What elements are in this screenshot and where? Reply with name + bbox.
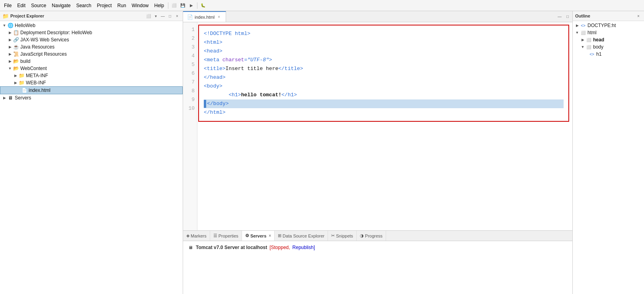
bottom-tabs: ◈ Markers ☰ Properties ⚙ Servers × ⊞ Dat… xyxy=(183,231,572,241)
panel-menu-btn[interactable]: ▾ xyxy=(152,13,159,19)
tab-data-source-label: Data Source Explorer xyxy=(283,234,324,238)
project-explorer-header: 📁 Project Explorer ⬜ ▾ — □ × xyxy=(0,11,183,21)
webcontent-icon: 📂 xyxy=(13,65,19,72)
toolbar-save-btn[interactable]: 💾 xyxy=(179,2,187,10)
outline-tree: ▶ <> DOCTYPE:ht ▼ ⬜ html ▶ ⬜ head ▼ xyxy=(573,21,644,294)
tab-properties[interactable]: ☰ Properties xyxy=(210,231,242,241)
tab-servers-close[interactable]: × xyxy=(269,234,271,238)
tab-servers[interactable]: ⚙ Servers × xyxy=(242,231,275,241)
outline-header: Outline × xyxy=(573,11,644,21)
code-line-4: <meta charset="UTF-8"> xyxy=(204,56,564,64)
outline-panel: Outline × ▶ <> DOCTYPE:ht ▼ ⬜ html xyxy=(572,11,644,294)
code-token: <body> xyxy=(204,82,222,91)
outline-item-head[interactable]: ▶ ⬜ head xyxy=(573,36,644,43)
outline-item-body[interactable]: ▼ ⬜ body xyxy=(573,43,644,51)
code-line-9: </body> xyxy=(204,99,564,108)
panel-minimize-btn[interactable]: — xyxy=(160,13,166,19)
properties-icon: ☰ xyxy=(213,233,217,238)
outline-title: Outline xyxy=(575,14,590,18)
code-token: </body> xyxy=(207,99,229,108)
tree-item-index-html[interactable]: 📄 index.html xyxy=(0,86,183,94)
outline-item-h1[interactable]: <> h1 xyxy=(573,51,644,58)
panel-collapse-btn[interactable]: ⬜ xyxy=(145,13,152,19)
code-line-6: </head> xyxy=(204,73,564,82)
code-line-7: <body> xyxy=(204,82,564,91)
tab-snippets[interactable]: ✂ Snippets xyxy=(328,231,357,241)
server-status-action: Republish] xyxy=(293,245,315,250)
code-line-5: <title>Insert title here</title> xyxy=(204,64,564,73)
server-name: Tomcat v7.0 Server at localhost xyxy=(196,245,267,250)
outline-close-btn[interactable]: × xyxy=(635,13,642,19)
outline-label-h1: h1 xyxy=(596,51,601,57)
tree-arrow-servers: ▶ xyxy=(2,95,7,101)
panel-maximize-btn[interactable]: □ xyxy=(167,13,173,19)
tree-item-deployment[interactable]: ▶ 📋 Deployment Descriptor: HelloWeb xyxy=(0,29,183,36)
tree-label-js-resources: JavaScript Resources xyxy=(20,51,67,57)
code-text: hello tomcat! xyxy=(241,91,281,99)
panel-header-buttons: ⬜ ▾ — □ × xyxy=(145,13,180,19)
tree-label-meta-inf: META-INF xyxy=(26,73,48,78)
body-tag-icon: ⬜ xyxy=(585,44,592,50)
editor-maximize-btn[interactable]: □ xyxy=(564,14,571,20)
tree-item-helloweb[interactable]: ▼ 🌐 HelloWeb xyxy=(0,22,183,29)
tab-close-icon[interactable]: × xyxy=(216,14,222,20)
code-token: </h1> xyxy=(281,91,297,99)
menu-edit[interactable]: Edit xyxy=(15,3,28,8)
tree-item-webcontent[interactable]: ▼ 📂 WebContent xyxy=(0,65,183,72)
toolbar-debug-btn[interactable]: 🐛 xyxy=(199,2,207,10)
toolbar-sep-1 xyxy=(168,2,168,9)
outline-arrow-head: ▶ xyxy=(580,37,585,43)
editor-tab-controls: — □ xyxy=(555,14,572,20)
tree-item-meta-inf[interactable]: ▶ 📁 META-INF xyxy=(0,72,183,79)
tree-item-web-inf[interactable]: ▶ 📁 WEB-INF xyxy=(0,79,183,86)
code-lines: <!DOCTYPE html> <html> <head> xyxy=(199,26,568,120)
html-tag-icon: ⬜ xyxy=(580,29,586,36)
menu-window[interactable]: Window xyxy=(129,3,151,8)
code-token: </html> xyxy=(204,108,226,117)
tab-file-icon: 📄 xyxy=(187,14,193,20)
panel-close-btn[interactable]: × xyxy=(174,13,180,19)
editor-tab-index-html[interactable]: 📄 index.html × xyxy=(183,11,226,22)
menu-run[interactable]: Run xyxy=(115,3,129,8)
tree-item-build[interactable]: ▶ 📂 build xyxy=(0,58,183,65)
toolbar-sep-2 xyxy=(197,2,197,9)
tree-arrow-js-resources: ▶ xyxy=(7,51,13,57)
editor-minimize-btn[interactable]: — xyxy=(556,14,563,20)
panel-header-left: 📁 Project Explorer xyxy=(2,13,44,19)
outline-arrow-h1 xyxy=(585,51,589,57)
tab-markers-label: Markers xyxy=(191,234,207,238)
build-icon: 📂 xyxy=(13,58,19,64)
code-editor[interactable]: 1 2 3 4 5 6 7 8 9 10 xyxy=(183,22,572,230)
menu-search[interactable]: Search xyxy=(74,3,94,8)
tree-label-java-resources: Java Resources xyxy=(20,44,55,50)
tree-arrow-jaxws: ▶ xyxy=(7,37,13,43)
outline-item-doctype[interactable]: ▶ <> DOCTYPE:ht xyxy=(573,22,644,29)
code-selection-box: <!DOCTYPE html> <html> <head> xyxy=(198,25,569,122)
snippets-icon: ✂ xyxy=(331,233,335,238)
tab-servers-label: Servers xyxy=(250,234,266,238)
line-marker xyxy=(204,100,206,108)
menu-navigate[interactable]: Navigate xyxy=(49,3,73,8)
tree-label-webcontent: WebContent xyxy=(20,66,47,71)
tab-data-source[interactable]: ⊞ Data Source Explorer xyxy=(275,231,328,241)
code-line-3: <head> xyxy=(204,47,564,56)
tree-item-java-resources[interactable]: ▶ ☕ Java Resources xyxy=(0,43,183,51)
tree-item-jaxws[interactable]: ▶ 🔗 JAX-WS Web Services xyxy=(0,36,183,43)
tree-item-js-resources[interactable]: ▶ 📜 JavaScript Resources xyxy=(0,51,183,58)
menu-source[interactable]: Source xyxy=(29,3,49,8)
tree-label-index-html: index.html xyxy=(29,88,51,93)
tree-item-servers[interactable]: ▶ 🖥 Servers xyxy=(0,94,183,101)
toolbar-run-btn[interactable]: ▶ xyxy=(187,2,195,10)
doctype-icon: <> xyxy=(580,22,586,29)
tab-markers[interactable]: ◈ Markers xyxy=(183,231,210,241)
tab-progress[interactable]: ◑ Progress xyxy=(357,231,386,241)
outline-label-head: head xyxy=(593,37,604,43)
menu-project[interactable]: Project xyxy=(94,3,114,8)
outline-item-html[interactable]: ▼ ⬜ html xyxy=(573,29,644,36)
toolbar-new-btn[interactable]: ⬜ xyxy=(170,2,178,10)
meta-icon: 📁 xyxy=(18,72,25,79)
menu-help[interactable]: Help xyxy=(152,3,167,8)
menu-file[interactable]: File xyxy=(2,3,14,8)
tab-progress-label: Progress xyxy=(365,234,382,238)
code-lines-wrapper: <!DOCTYPE html> <html> <head> xyxy=(197,22,572,230)
